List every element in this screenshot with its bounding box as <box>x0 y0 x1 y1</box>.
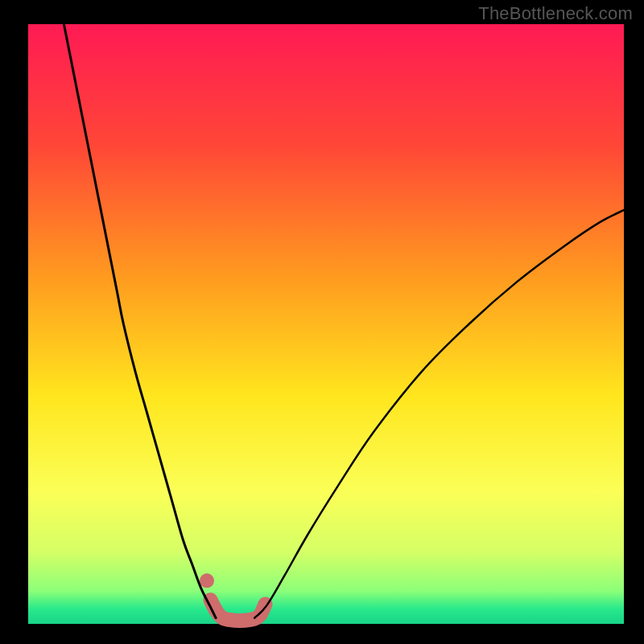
chart-svg <box>0 0 644 644</box>
marker-accent-dot <box>200 573 214 588</box>
chart-background <box>28 24 624 624</box>
chart-stage: TheBottleneck.com <box>0 0 644 644</box>
watermark-text: TheBottleneck.com <box>478 3 633 24</box>
